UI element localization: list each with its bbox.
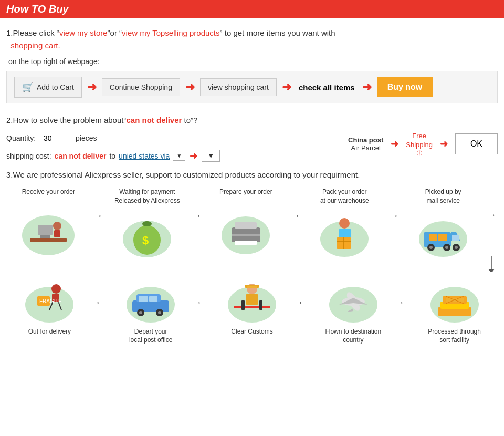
payment-icon: $ xyxy=(118,209,176,258)
vert-line xyxy=(433,256,498,272)
svg-rect-32 xyxy=(429,234,437,241)
step1-section: 1.Please click “view my store”or “view m… xyxy=(0,27,504,353)
shipping-option-dropdown[interactable]: ▼ xyxy=(202,150,220,162)
topselling-link[interactable]: view my Topselling products xyxy=(122,28,219,37)
flow-img-sort xyxy=(426,274,484,324)
step1-text: 1.Please click “view my store”or “view m… xyxy=(6,27,498,52)
cart-flow-bar: 🛒 Add to Cart ➜ Continue Shopping ➜ view… xyxy=(6,71,498,103)
view-store-link[interactable]: view my store xyxy=(59,28,108,37)
check-items-label: check all items xyxy=(299,83,355,92)
flow-img-receive xyxy=(19,206,77,256)
flow-cell-pickup: Picked up bymail service xyxy=(401,188,486,258)
svg-point-49 xyxy=(139,311,142,314)
flow-bottomlabel-flown: Flown to destinationcountry xyxy=(325,327,381,345)
flow-label-prepare: Prepare your order xyxy=(219,188,272,203)
flow-cell-payment: Waiting for paymentReleased by Aliexpres… xyxy=(105,188,190,258)
vert-conn-top: → xyxy=(486,188,498,221)
flow-cell-flown: Flown to destinationcountry xyxy=(310,274,396,345)
arrl1: ← xyxy=(93,274,108,308)
add-to-cart-button[interactable]: 🛒 Add to Cart xyxy=(14,77,82,98)
free-shipping-label: FreeShipping xyxy=(406,132,433,150)
air-parcel-label: Air Parcel xyxy=(348,144,383,152)
flow-cell-pack: Pack your orderat our warehouse xyxy=(302,188,387,258)
shipping-to: to xyxy=(109,152,116,160)
arr3: → xyxy=(288,188,302,222)
svg-rect-5 xyxy=(54,230,60,237)
svg-rect-15 xyxy=(232,234,260,236)
continue-shopping-label: Continue Shopping xyxy=(110,83,172,91)
shipping-label: shipping cost: xyxy=(6,152,51,160)
step1-sub: on the top right of webpage: xyxy=(6,57,498,66)
flow-cell-customs: Clear Customs xyxy=(209,274,296,336)
free-shipping-box: FreeShipping ⓘ xyxy=(406,132,433,157)
svg-point-4 xyxy=(53,222,61,230)
svg-rect-55 xyxy=(247,286,257,288)
arrl3: ← xyxy=(295,274,310,308)
arrl2: ← xyxy=(194,274,209,308)
svg-point-37 xyxy=(51,284,61,294)
flow-label-payment: Waiting for paymentReleased by Aliexpres… xyxy=(114,188,180,205)
arrl4: ← xyxy=(396,274,411,308)
svg-rect-3 xyxy=(40,235,50,238)
free-shipping-icon: ⓘ xyxy=(406,150,433,157)
ok-button[interactable]: OK xyxy=(455,133,498,154)
via-dropdown[interactable]: ▼ xyxy=(173,151,185,161)
vert-connector-svg xyxy=(485,256,498,272)
step2-section: 2.How to solve the problem about“can not… xyxy=(6,114,498,162)
svg-rect-25 xyxy=(452,235,459,241)
flow-cell-sort: Processed throughsort facility xyxy=(411,274,498,345)
shipping-via-link[interactable]: unied states via xyxy=(119,152,170,160)
dropdown-triangle2: ▼ xyxy=(207,152,214,160)
step3-section: 3.We are professional Aliexpress seller,… xyxy=(6,170,498,345)
flow-label-pickup: Picked up bymail service xyxy=(425,188,461,205)
svg-point-51 xyxy=(158,311,161,314)
add-to-cart-label: Add to Cart xyxy=(37,83,74,91)
step1-part3: ” to get more items you want with xyxy=(220,28,335,37)
svg-rect-2 xyxy=(38,225,52,235)
outdelivery-icon: FRAGILE xyxy=(20,274,78,324)
flow-img-outdelivery: FRAGILE xyxy=(20,274,78,324)
svg-marker-35 xyxy=(488,269,495,272)
svg-rect-59 xyxy=(259,300,262,310)
arrow4: ➜ xyxy=(362,80,372,94)
flow-bottomlabel-depart: Depart yourlocal post office xyxy=(129,327,173,345)
flow-row2: FRAGILE Out for delivery ← xyxy=(6,274,498,345)
page-header: How TO Buy xyxy=(0,0,504,18)
step2-title: 2.How to solve the problem about“can not… xyxy=(6,114,498,127)
depart-icon xyxy=(122,274,180,324)
flow-img-flown xyxy=(324,274,382,324)
view-cart-label: view shopping cart xyxy=(208,83,269,91)
view-cart-button[interactable]: view shopping cart xyxy=(200,78,277,96)
svg-rect-33 xyxy=(438,234,447,241)
flow-bottomlabel-customs: Clear Customs xyxy=(231,327,272,336)
china-post-box: China post Air Parcel xyxy=(348,136,383,152)
check-items-button[interactable]: check all items xyxy=(297,79,357,96)
china-post-title: China post xyxy=(348,136,383,144)
flow-cell-receive: Receive your order xyxy=(6,188,91,256)
buy-now-label: Buy now xyxy=(387,82,423,91)
flow-cell-depart: Depart yourlocal post office xyxy=(108,274,194,345)
buy-now-button[interactable]: Buy now xyxy=(377,77,433,97)
shopping-cart-link[interactable]: shopping cart. xyxy=(10,41,60,50)
problem-row: Quantity: pieces shipping cost: can not … xyxy=(6,132,498,162)
quantity-input[interactable] xyxy=(40,132,71,144)
continue-shopping-button[interactable]: Continue Shopping xyxy=(102,78,180,96)
svg-point-29 xyxy=(445,246,448,249)
flow-img-prepare xyxy=(217,206,275,256)
arr4: → xyxy=(387,188,401,222)
svg-rect-58 xyxy=(242,300,245,310)
arr2: → xyxy=(190,188,204,222)
problem-right: China post Air Parcel ➜ FreeShipping ⓘ ➜… xyxy=(348,132,498,157)
flow-cell-outdelivery: FRAGILE Out for delivery xyxy=(6,274,93,336)
flown-icon xyxy=(324,274,382,324)
flow-bottomlabel-outdelivery: Out for delivery xyxy=(28,327,71,336)
sort-icon xyxy=(426,274,484,324)
receive-icon xyxy=(19,206,77,256)
flow-img-pickup xyxy=(414,209,472,258)
svg-point-17 xyxy=(339,218,350,229)
vert-arr-right: → xyxy=(487,210,496,221)
svg-rect-1 xyxy=(30,238,67,242)
svg-rect-18 xyxy=(339,229,351,238)
svg-rect-57 xyxy=(234,306,270,308)
flow-img-customs xyxy=(223,274,281,324)
